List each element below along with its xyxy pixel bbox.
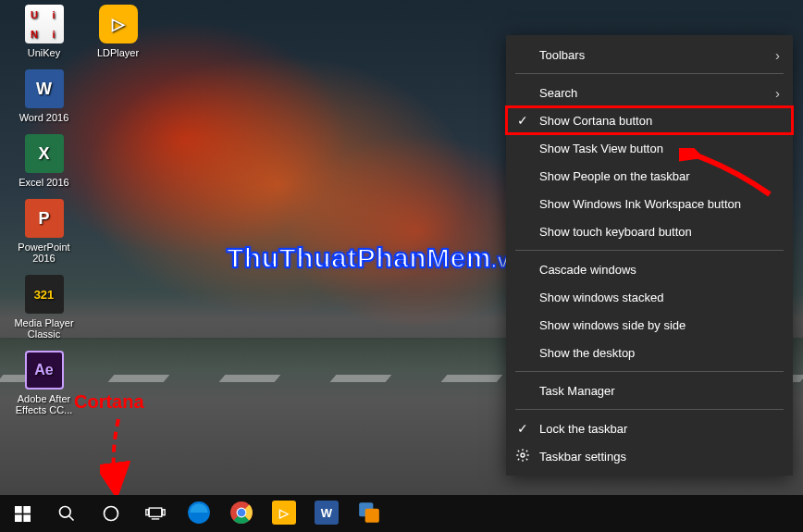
- menu-item-taskbar-settings[interactable]: Taskbar settings: [506, 442, 793, 470]
- svg-point-5: [60, 507, 71, 518]
- ldplayer-icon: ▷: [99, 5, 138, 43]
- svg-point-17: [238, 509, 246, 517]
- svg-rect-1: [15, 506, 22, 513]
- menu-label: Lock the taskbar: [539, 422, 627, 436]
- desktop-icon-excel[interactable]: X Excel 2016: [9, 134, 79, 188]
- svg-rect-3: [15, 514, 22, 522]
- windows-logo-icon: [15, 506, 31, 522]
- word-icon: W: [25, 69, 64, 108]
- menu-label: Cascade windows: [539, 263, 636, 277]
- cortana-button[interactable]: [89, 495, 133, 532]
- checkmark-icon: ✓: [517, 113, 528, 128]
- desktop[interactable]: UiNi UniKey W Word 2016 X Excel 2016 P P…: [0, 0, 803, 532]
- menu-item-show-desktop[interactable]: Show the desktop: [506, 339, 793, 366]
- edge-icon: [187, 501, 211, 525]
- svg-rect-8: [149, 508, 162, 516]
- desktop-icon-after-effects[interactable]: Ae Adobe After Effects CC...: [9, 351, 79, 415]
- annotation-cortana-label: Cortana: [74, 391, 144, 413]
- menu-label: Show windows side by side: [539, 318, 686, 332]
- chrome-icon: [229, 501, 253, 525]
- svg-point-7: [105, 507, 118, 521]
- chevron-right-icon: ›: [775, 47, 780, 63]
- desktop-icon-word[interactable]: W Word 2016: [9, 69, 79, 123]
- svg-rect-10: [163, 510, 166, 515]
- task-view-button[interactable]: [133, 495, 178, 532]
- desktop-icon-label: Adobe After Effects CC...: [9, 393, 79, 415]
- menu-separator: [515, 73, 784, 74]
- svg-point-0: [521, 453, 525, 457]
- menu-separator: [515, 371, 784, 372]
- svg-rect-2: [23, 506, 31, 513]
- desktop-icon-label: LDPlayer: [83, 47, 153, 58]
- menu-label: Show Cortana button: [539, 114, 652, 128]
- menu-item-show-people[interactable]: Show People on the taskbar: [506, 162, 793, 190]
- powerpoint-icon: P: [25, 199, 64, 238]
- svg-rect-19: [365, 509, 379, 523]
- desktop-icon-label: Excel 2016: [9, 177, 79, 188]
- watermark-main: ThuThuatPhanMem: [227, 242, 491, 273]
- menu-label: Show People on the taskbar: [539, 169, 690, 183]
- word-icon: W: [315, 501, 339, 525]
- menu-item-stacked[interactable]: Show windows stacked: [506, 283, 793, 311]
- desktop-icon-powerpoint[interactable]: P PowerPoint 2016: [9, 199, 79, 264]
- taskbar-app-chrome[interactable]: [220, 495, 263, 532]
- checkmark-icon: ✓: [517, 421, 528, 436]
- menu-item-toolbars[interactable]: Toolbars ›: [506, 41, 793, 68]
- taskbar-context-menu: Toolbars › Search › ✓ Show Cortana butto…: [506, 35, 793, 476]
- menu-item-search[interactable]: Search ›: [506, 79, 793, 106]
- taskbar-app-edge[interactable]: [178, 495, 220, 532]
- after-effects-icon: Ae: [25, 351, 64, 390]
- taskbar-app-vmware[interactable]: [348, 495, 390, 532]
- menu-label: Show windows stacked: [539, 291, 663, 304]
- menu-label: Show Task View button: [539, 142, 663, 155]
- taskbar-app-ldplayer[interactable]: ▷: [263, 495, 305, 532]
- menu-separator: [515, 250, 784, 251]
- desktop-icon-label: Word 2016: [9, 112, 79, 123]
- desktop-icon-label: PowerPoint 2016: [9, 241, 79, 264]
- menu-item-show-touch-keyboard[interactable]: Show touch keyboard button: [506, 217, 793, 245]
- mpc-icon: 321: [25, 275, 64, 314]
- svg-rect-9: [146, 510, 149, 515]
- svg-rect-4: [23, 514, 31, 522]
- svg-line-6: [69, 516, 74, 521]
- menu-item-show-taskview[interactable]: Show Task View button: [506, 134, 793, 162]
- excel-icon: X: [25, 134, 64, 173]
- watermark: ThuThuatPhanMem.vn: [227, 242, 522, 274]
- taskbar: ▷ W: [0, 495, 803, 532]
- task-view-icon: [145, 505, 166, 522]
- search-button[interactable]: [44, 495, 89, 532]
- menu-label: Toolbars: [539, 48, 585, 62]
- taskbar-app-word[interactable]: W: [305, 495, 348, 532]
- desktop-icon-unikey[interactable]: UiNi UniKey: [9, 5, 79, 58]
- menu-item-show-ink[interactable]: Show Windows Ink Workspace button: [506, 190, 793, 217]
- menu-item-side-by-side[interactable]: Show windows side by side: [506, 311, 793, 339]
- menu-label: Show the desktop: [539, 346, 635, 360]
- chevron-right-icon: ›: [775, 85, 780, 101]
- vmware-icon: [357, 501, 381, 525]
- desktop-icon-mpc[interactable]: 321 Media Player Classic: [9, 275, 79, 340]
- menu-label: Search: [539, 86, 577, 100]
- menu-label: Taskbar settings: [539, 450, 626, 464]
- menu-label: Task Manager: [539, 384, 615, 398]
- menu-separator: [515, 409, 784, 410]
- menu-item-lock-taskbar[interactable]: ✓ Lock the taskbar: [506, 414, 793, 442]
- gear-icon: [515, 448, 530, 465]
- cortana-icon: [102, 504, 120, 523]
- menu-item-task-manager[interactable]: Task Manager: [506, 377, 793, 404]
- menu-item-cascade[interactable]: Cascade windows: [506, 255, 793, 283]
- unikey-icon: UiNi: [25, 5, 64, 43]
- menu-label: Show Windows Ink Workspace button: [539, 197, 741, 211]
- menu-item-show-cortana[interactable]: ✓ Show Cortana button: [506, 106, 793, 134]
- ldplayer-icon: ▷: [272, 501, 296, 525]
- search-icon: [57, 504, 76, 523]
- desktop-icons: UiNi UniKey W Word 2016 X Excel 2016 P P…: [9, 5, 93, 427]
- menu-label: Show touch keyboard button: [539, 225, 692, 239]
- desktop-icon-label: Media Player Classic: [9, 317, 79, 340]
- desktop-icon-label: UniKey: [9, 47, 79, 58]
- desktop-icon-ldplayer[interactable]: ▷ LDPlayer: [83, 5, 153, 58]
- start-button[interactable]: [0, 495, 44, 532]
